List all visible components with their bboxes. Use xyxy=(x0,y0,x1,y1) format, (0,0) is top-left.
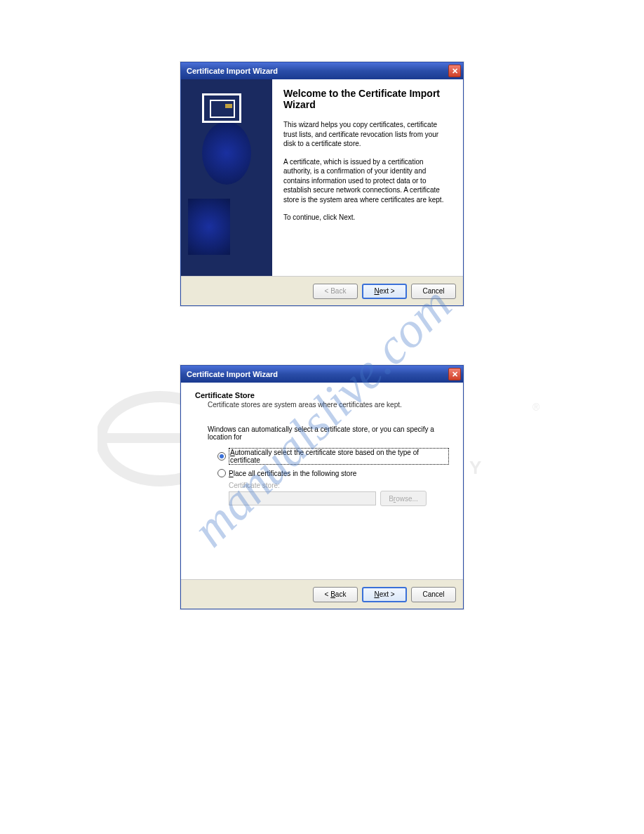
button-row: < Back Next > Cancel xyxy=(181,276,463,305)
store-input-row: Browse... xyxy=(195,491,449,506)
titlebar: Certificate Import Wizard ✕ xyxy=(181,366,463,383)
prompt-text: Windows can automatically select a certi… xyxy=(195,425,449,441)
radio-icon xyxy=(217,452,226,461)
close-button[interactable]: ✕ xyxy=(448,65,461,77)
close-button[interactable]: ✕ xyxy=(448,368,461,380)
radio-label: Place all certificates in the following … xyxy=(229,470,356,477)
close-icon: ✕ xyxy=(452,370,458,379)
wizard-paragraph: This wizard helps you copy certificates,… xyxy=(283,120,452,149)
certificate-import-wizard-store: Certificate Import Wizard ✕ Certificate … xyxy=(180,365,464,609)
dialog-body: Certificate Store Certificate stores are… xyxy=(181,383,463,579)
section-subheading: Certificate stores are system areas wher… xyxy=(195,401,449,409)
certificate-icon xyxy=(202,93,241,123)
radio-auto-select[interactable]: Automatically select the certificate sto… xyxy=(195,448,449,465)
certificate-import-wizard-welcome: Certificate Import Wizard ✕ Welcome to t… xyxy=(180,62,464,306)
wizard-paragraph: To continue, click Next. xyxy=(283,213,452,223)
titlebar: Certificate Import Wizard ✕ xyxy=(181,62,463,79)
dialog-title: Certificate Import Wizard xyxy=(187,67,278,75)
store-label: Certificate store: xyxy=(195,482,449,489)
back-button[interactable]: < Back xyxy=(313,587,358,602)
wizard-paragraph: A certificate, which is issued by a cert… xyxy=(283,157,452,205)
radio-place-all[interactable]: Place all certificates in the following … xyxy=(195,469,449,477)
certificate-store-input xyxy=(229,491,376,505)
dialog-body: Welcome to the Certificate Import Wizard… xyxy=(181,79,463,276)
dialog-title: Certificate Import Wizard xyxy=(187,370,278,378)
browse-button: Browse... xyxy=(380,491,427,506)
close-icon: ✕ xyxy=(452,67,458,76)
next-button[interactable]: Next > xyxy=(362,587,407,602)
radio-icon xyxy=(217,469,226,477)
wizard-heading: Welcome to the Certificate Import Wizard xyxy=(283,88,452,110)
next-button[interactable]: Next > xyxy=(362,284,407,299)
cancel-button[interactable]: Cancel xyxy=(411,284,456,299)
back-button: < Back xyxy=(313,284,358,299)
wizard-side-graphic xyxy=(181,79,272,276)
cancel-button[interactable]: Cancel xyxy=(411,587,456,602)
button-row: < Back Next > Cancel xyxy=(181,579,463,609)
section-heading: Certificate Store xyxy=(195,391,449,399)
radio-label: Automatically select the certificate sto… xyxy=(229,448,449,465)
svg-text:®: ® xyxy=(532,402,540,413)
wizard-content: Welcome to the Certificate Import Wizard… xyxy=(272,79,463,276)
